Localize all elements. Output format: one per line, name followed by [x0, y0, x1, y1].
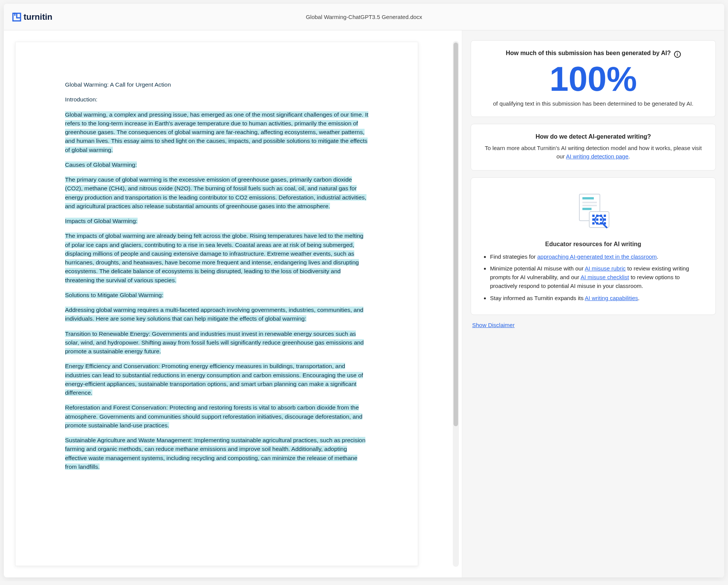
text: . [638, 295, 639, 301]
doc-paragraph: The impacts of global warming are alread… [65, 232, 363, 283]
ai-detection-sidebar: How much of this submission has been gen… [462, 30, 724, 577]
svg-rect-3 [582, 205, 597, 206]
doc-paragraph: Transition to Renewable Energy: Governme… [65, 330, 364, 355]
brand-name: turnitin [24, 12, 52, 22]
solutions-heading: Solutions to Mitigate Global Warming: [65, 292, 163, 298]
svg-rect-5 [589, 212, 609, 228]
brand-logo: turnitin [12, 12, 52, 22]
approaching-ai-text-link[interactable]: approaching AI-generated text in the cla… [537, 253, 657, 260]
text: Find strategies for [490, 253, 537, 260]
detect-info-body: To learn more about Turnitin's AI writin… [482, 144, 705, 161]
list-item: Find strategies for approaching AI-gener… [490, 252, 705, 261]
doc-paragraph: Reforestation and Forest Conservation: P… [65, 404, 362, 428]
svg-rect-6 [592, 215, 595, 217]
scrollbar[interactable] [453, 41, 459, 567]
doc-title: Global Warming: A Call for Urgent Action [65, 80, 368, 89]
turnitin-icon [12, 13, 21, 22]
educator-resources-card: Educator resources for AI writing Find s… [471, 177, 716, 315]
svg-rect-2 [582, 202, 597, 203]
scrollbar-thumb[interactable] [454, 43, 458, 426]
svg-rect-4 [582, 208, 592, 210]
ai-detection-page-link[interactable]: AI writing detection page [566, 153, 628, 160]
ai-score-card: How much of this submission has been gen… [471, 40, 716, 117]
doc-paragraph: The primary cause of global warming is t… [65, 176, 366, 209]
svg-rect-10 [592, 218, 595, 221]
detect-info-title: How do we detect AI-generated writing? [482, 133, 705, 140]
document-scan-icon [573, 193, 614, 231]
text: Stay informed as Turnitin expands its [490, 295, 585, 301]
text: . [657, 253, 658, 260]
doc-paragraph: Addressing global warming requires a mul… [65, 307, 363, 322]
doc-paragraph: Sustainable Agriculture and Waste Manage… [65, 437, 365, 470]
svg-rect-12 [600, 218, 602, 221]
doc-paragraph: Global warming, a complex and pressing i… [65, 111, 368, 153]
resources-title: Educator resources for AI writing [482, 241, 705, 248]
svg-rect-13 [604, 218, 606, 221]
resources-illustration [482, 187, 705, 236]
document-page: Global Warming: A Call for Urgent Action… [15, 42, 418, 566]
impacts-heading: Impacts of Global Warming: [65, 218, 138, 224]
ai-score-title: How much of this submission has been gen… [506, 50, 671, 57]
causes-heading: Causes of Global Warming: [65, 161, 137, 168]
svg-rect-1 [582, 197, 594, 199]
info-icon[interactable]: i [674, 51, 681, 58]
ai-misuse-rubric-link[interactable]: AI misuse rubric [585, 265, 626, 272]
detect-info-card: How do we detect AI-generated writing? T… [471, 124, 716, 171]
doc-paragraph: Energy Efficiency and Conservation: Prom… [65, 363, 363, 396]
list-item: Stay informed as Turnitin expands its AI… [490, 294, 705, 302]
ai-score-subtext: of qualifying text in this submission ha… [482, 100, 705, 108]
detect-body-suffix: . [628, 153, 630, 160]
show-disclaimer-link[interactable]: Show Disclaimer [472, 322, 515, 328]
intro-heading: Introduction: [65, 95, 368, 104]
svg-rect-14 [592, 222, 595, 225]
resources-list: Find strategies for approaching AI-gener… [482, 252, 705, 302]
document-filename: Global Warming-ChatGPT3.5 Generated.docx [306, 14, 422, 20]
app-header: turnitin Global Warming-ChatGPT3.5 Gener… [4, 4, 724, 30]
text: Minimize potential AI misuse with our [490, 265, 585, 272]
list-item: Minimize potential AI misuse with our AI… [490, 264, 705, 291]
disclaimer-row: Show Disclaimer [472, 322, 714, 329]
ai-score-value: 100% [482, 61, 705, 97]
svg-rect-9 [604, 215, 606, 217]
svg-rect-11 [596, 218, 598, 221]
ai-misuse-checklist-link[interactable]: AI misuse checklist [580, 274, 629, 280]
document-pane: Global Warming: A Call for Urgent Action… [4, 30, 462, 577]
ai-writing-capabilities-link[interactable]: AI writing capabilities [585, 295, 638, 301]
